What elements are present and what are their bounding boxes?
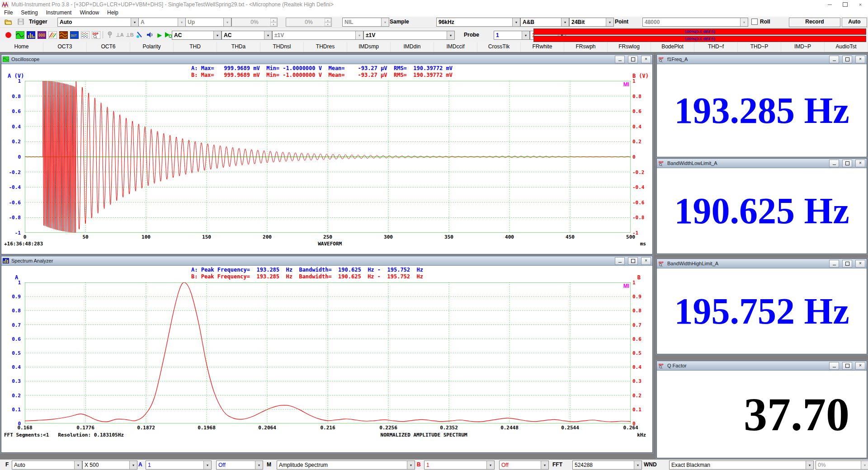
ddp-bwhigh-minimize-button[interactable] bbox=[829, 260, 839, 268]
ddp-qfactor-titlebar[interactable]: DDP Q Factor × bbox=[657, 361, 867, 371]
probe-pointer-icon[interactable] bbox=[135, 30, 144, 39]
sampling-channels-select[interactable]: A&B▼ bbox=[520, 18, 569, 27]
play-icon[interactable]: ▶ bbox=[155, 30, 164, 39]
trigger-edge-select[interactable]: Up▼ bbox=[185, 18, 231, 27]
trigger-delay-spinner[interactable]: 0% ▲▼ bbox=[286, 18, 332, 27]
ddp-bwlow-titlebar[interactable]: DDP BandWidthLowLimit_A × bbox=[657, 159, 867, 168]
trigger-level-spinner[interactable]: 0% ▲▼ bbox=[231, 18, 278, 27]
sound-output-icon[interactable] bbox=[145, 30, 154, 39]
spectrum-restore-button[interactable] bbox=[628, 257, 638, 265]
oscilloscope-close-button[interactable]: × bbox=[641, 56, 651, 63]
window-maximize-button[interactable] bbox=[837, 0, 853, 9]
bit-resolution-select[interactable]: 24Bit▼ bbox=[569, 18, 614, 27]
tab-imd-p[interactable]: IMD~P bbox=[781, 42, 825, 52]
tab-thd-f[interactable]: THD~f bbox=[694, 42, 738, 52]
menu-setting[interactable]: Setting bbox=[17, 9, 42, 17]
fft-size-select[interactable]: 524288▼ bbox=[572, 461, 642, 470]
ddp-qfactor-close-button[interactable]: × bbox=[855, 362, 865, 370]
ddp-bwhigh-titlebar[interactable]: DDP BandWidthHighLimit_A × bbox=[657, 259, 867, 268]
tab-crosstlk[interactable]: CrossTlk bbox=[477, 42, 521, 52]
ddp-qfactor-minimize-button[interactable] bbox=[829, 362, 839, 370]
ddp-f1freq-minimize-button[interactable] bbox=[829, 56, 839, 63]
tab-imddin[interactable]: IMDdin bbox=[391, 42, 434, 52]
tab-frswlog[interactable]: FRswlog bbox=[608, 42, 651, 52]
x-zoom-select[interactable]: X 500▼ bbox=[82, 461, 137, 470]
menu-help[interactable]: Help bbox=[103, 9, 123, 17]
menu-file[interactable]: File bbox=[0, 9, 17, 17]
a-trace-select[interactable]: 1▼ bbox=[146, 461, 212, 470]
tab-oct3[interactable]: OCT3 bbox=[43, 42, 87, 52]
tab-polarity[interactable]: Polarity bbox=[130, 42, 174, 52]
record-button[interactable]: Record bbox=[789, 18, 840, 27]
ddp-bwhigh-close-button[interactable]: × bbox=[855, 260, 865, 268]
spectrum-titlebar[interactable]: Spectrum Analyzer × bbox=[1, 256, 652, 266]
hold-probe-icon bbox=[105, 30, 114, 39]
tab-thd-p[interactable]: THD~P bbox=[738, 42, 781, 52]
sampling-rate-select[interactable]: 96kHz▼ bbox=[436, 18, 520, 27]
tab-thda[interactable]: THDa bbox=[217, 42, 260, 52]
ddp-bwlow-maximize-button[interactable] bbox=[842, 160, 852, 167]
coupling-a-select[interactable]: AC▼ bbox=[172, 31, 222, 40]
b-trace-select[interactable]: 1▼ bbox=[424, 461, 495, 470]
overlap-select[interactable]: 0%▼ bbox=[816, 461, 868, 470]
roll-checkbox[interactable]: Roll bbox=[751, 19, 770, 25]
oscilloscope-icon[interactable] bbox=[15, 30, 24, 39]
device-test-plan-icon[interactable]: DUT bbox=[70, 30, 79, 39]
a-reference-select[interactable]: Off▼ bbox=[216, 461, 263, 470]
ddp-f1freq-titlebar[interactable]: DDP f1Freq_A × bbox=[657, 55, 867, 64]
spectrum-3d-plot-icon[interactable] bbox=[48, 30, 57, 39]
tab-imdsmp[interactable]: IMDsmp bbox=[347, 42, 391, 52]
tab-frwhite[interactable]: FRwhite bbox=[521, 42, 564, 52]
coupling-b-select[interactable]: AC▼ bbox=[222, 31, 272, 40]
tab-frswph[interactable]: FRswph bbox=[564, 42, 608, 52]
tab-thdres[interactable]: THDres bbox=[304, 42, 347, 52]
record-length-select[interactable]: 48000▼ bbox=[642, 18, 748, 27]
ddp-f1freq-maximize-button[interactable] bbox=[842, 56, 852, 63]
analysis-mode-select[interactable]: Amplitude Spectrum▼ bbox=[277, 461, 415, 470]
oscilloscope-minimize-button[interactable] bbox=[615, 56, 625, 63]
range-a-select[interactable]: ±1V▼ bbox=[272, 31, 363, 40]
frequency-axis-mode-select[interactable]: Auto▼ bbox=[12, 461, 82, 470]
trigger-mode-select[interactable]: Auto▼ bbox=[57, 18, 139, 27]
tab-oct6[interactable]: OCT6 bbox=[87, 42, 130, 52]
ddp-bwlow-close-button[interactable]: × bbox=[855, 160, 865, 167]
tab-audiotst[interactable]: AudioTst bbox=[825, 42, 868, 52]
ddp-f1freq-close-button[interactable]: × bbox=[855, 56, 865, 63]
ddp-bwlow-minimize-button[interactable] bbox=[829, 160, 839, 167]
ddp-panel-f1freq: DDP f1Freq_A × 193.285 Hz bbox=[656, 54, 867, 157]
b-reference-select[interactable]: Off▼ bbox=[499, 461, 549, 470]
tab-thd[interactable]: THD bbox=[174, 42, 217, 52]
ddp-qfactor-maximize-button[interactable] bbox=[842, 362, 852, 370]
play-record-icon[interactable] bbox=[164, 30, 173, 39]
spectrum-close-button[interactable]: × bbox=[641, 257, 651, 265]
derived-data-curve-icon[interactable] bbox=[80, 30, 90, 39]
signal-generator-icon[interactable] bbox=[59, 30, 68, 39]
tab-bodeplot[interactable]: BodePlot bbox=[651, 42, 694, 52]
spectrum-minimize-button[interactable] bbox=[615, 257, 625, 265]
oscilloscope-titlebar[interactable]: Oscilloscope × bbox=[1, 55, 652, 64]
tab-home[interactable]: Home bbox=[0, 42, 43, 52]
roll-checkbox-box[interactable] bbox=[751, 19, 758, 25]
window-close-button[interactable]: × bbox=[853, 0, 868, 9]
ddp-viewer-icon[interactable]: DDP bbox=[91, 30, 100, 39]
range-b-select[interactable]: ±1V▼ bbox=[363, 31, 455, 40]
multimeter-icon[interactable]: 000 bbox=[37, 30, 46, 39]
trigger-source-select[interactable]: A▼ bbox=[138, 18, 186, 27]
trigger-frequency-select[interactable]: NIL▼ bbox=[342, 18, 389, 27]
tab-thdnsl[interactable]: THDnsl bbox=[260, 42, 304, 52]
oscilloscope-plot-area[interactable]: MI bbox=[25, 81, 631, 233]
oscilloscope-restore-button[interactable] bbox=[628, 56, 638, 63]
window-minimize-button[interactable] bbox=[822, 0, 837, 9]
probe-a-select[interactable]: 1▼ bbox=[494, 31, 530, 40]
spectrum-analyzer-icon[interactable] bbox=[26, 30, 35, 39]
ddp-bwhigh-maximize-button[interactable] bbox=[842, 260, 852, 268]
run-stop-icon[interactable] bbox=[4, 30, 13, 39]
tab-imdccif[interactable]: IMDccif bbox=[434, 42, 477, 52]
open-file-icon[interactable] bbox=[4, 17, 13, 26]
menu-instrument[interactable]: Instrument bbox=[42, 9, 76, 17]
window-function-select[interactable]: Exact Blackman▼ bbox=[669, 461, 814, 470]
menu-window[interactable]: Window bbox=[75, 9, 103, 17]
auto-button[interactable]: Auto bbox=[842, 18, 867, 27]
oscilloscope-footer: +16:36:48:283 WAVEFORM ms bbox=[4, 241, 631, 247]
spectrum-plot-area[interactable]: MI bbox=[25, 282, 631, 423]
